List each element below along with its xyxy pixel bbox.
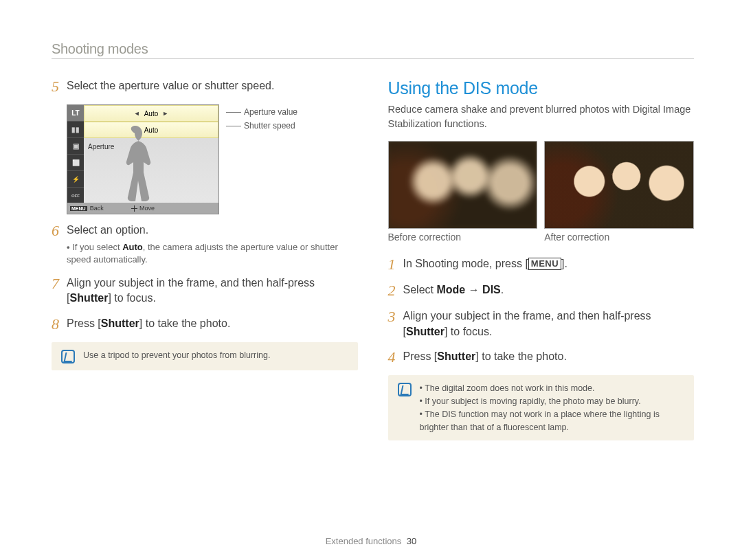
photo-before: [388, 141, 538, 229]
right-column: Using the DIS mode Reduce camera shake a…: [388, 78, 695, 440]
lcd-aperture-value: Auto: [144, 110, 159, 117]
dis-step-4-number: 4: [388, 349, 403, 366]
step-5-number: 5: [52, 78, 67, 95]
callout-shutter: Shutter speed: [226, 121, 297, 131]
dis-step-3: 3 Align your subject in the frame, and t…: [388, 309, 695, 339]
dis-step-3-number: 3: [388, 309, 403, 339]
page-number: 30: [407, 536, 416, 546]
dis-step-2-text: Select Mode → DIS.: [403, 282, 504, 299]
step-5: 5 Select the aperture value or shutter s…: [52, 78, 358, 95]
move-icon: [131, 205, 137, 212]
callout-aperture: Aperture value: [226, 107, 297, 117]
lcd-menu-tag: MENU: [70, 206, 87, 211]
dis-step-4-text: Press [Shutter] to take the photo.: [403, 349, 567, 366]
step-5-text: Select the aperture value or shutter spe…: [67, 78, 274, 95]
dis-step-1-number: 1: [388, 256, 403, 273]
lcd-icon-off: OFF: [67, 188, 84, 204]
left-column: 5 Select the aperture value or shutter s…: [52, 78, 358, 440]
step-6-sub: If you select Auto, the camera adjusts t…: [67, 242, 338, 265]
step-8-text: Press [Shutter] to take the photo.: [67, 316, 230, 333]
step-7-text: Align your subject in the frame, and the…: [67, 276, 358, 306]
menu-button-icon: MENU: [528, 258, 561, 270]
label-before: Before correction: [388, 232, 538, 243]
dis-step-4: 4 Press [Shutter] to take the photo.: [388, 349, 695, 366]
lcd-move-label: Move: [139, 205, 155, 212]
lcd-icon-aperture: ▣: [67, 138, 84, 155]
lcd-icon-focus: ⬜: [67, 155, 84, 171]
dis-step-1: 1 In Shooting mode, press [MENU].: [388, 256, 695, 273]
dis-step-2-number: 2: [388, 282, 403, 299]
dis-step-1-text: In Shooting mode, press [MENU].: [403, 256, 568, 273]
dis-step-2: 2 Select Mode → DIS.: [388, 282, 695, 299]
step-6-text: Select an option.: [67, 224, 148, 236]
arrow-right-icon: ►: [159, 110, 171, 117]
photo-after: [544, 141, 694, 229]
note-list: The digital zoom does not work in this m…: [420, 382, 685, 434]
footer-section: Extended functions: [326, 536, 402, 546]
step-7: 7 Align your subject in the frame, and t…: [52, 276, 358, 306]
note-icon: [398, 383, 412, 396]
note-tripod: Use a tripod to prevent your photos from…: [52, 342, 358, 370]
label-after: After correction: [544, 232, 694, 243]
note-item: The DIS function may not work in a place…: [420, 408, 685, 434]
intro-text: Reduce camera shake and prevent blurred …: [388, 102, 695, 131]
arrow-left-icon: ◄: [131, 110, 143, 117]
header-title: Shooting modes: [52, 41, 694, 59]
lcd-icon-lt: LT: [67, 105, 84, 122]
lcd-aperture-label: Aperture: [88, 143, 114, 150]
section-title: Using the DIS mode: [388, 78, 695, 98]
lcd-bottom-bar: MENU Back Move: [67, 203, 218, 214]
step-7-number: 7: [52, 276, 67, 306]
note-item: If your subject is moving rapidly, the p…: [420, 395, 685, 408]
silhouette-icon: [115, 126, 156, 201]
note-icon: [61, 350, 75, 363]
step-8-number: 8: [52, 316, 67, 333]
step-6: 6 Select an option. If you select Auto, …: [52, 223, 358, 266]
lcd-back-label: Back: [90, 205, 104, 212]
dis-step-3-text: Align your subject in the frame, and the…: [403, 309, 695, 339]
lcd-preview: LT ▮▮ ▣ ⬜ ⚡ OFF ◄ Auto ►: [67, 104, 219, 214]
note-dis: The digital zoom does not work in this m…: [388, 375, 695, 440]
step-8: 8 Press [Shutter] to take the photo.: [52, 316, 358, 333]
lcd-icon-ev: ▮▮: [67, 122, 84, 138]
note-item: The digital zoom does not work in this m…: [420, 382, 685, 395]
footer: Extended functions 30: [0, 536, 742, 546]
lcd-row-aperture-value: ◄ Auto ►: [84, 105, 218, 122]
step-6-number: 6: [52, 223, 67, 266]
lcd-icon-flash: ⚡: [67, 171, 84, 188]
note-text: Use a tripod to prevent your photos from…: [83, 349, 270, 362]
